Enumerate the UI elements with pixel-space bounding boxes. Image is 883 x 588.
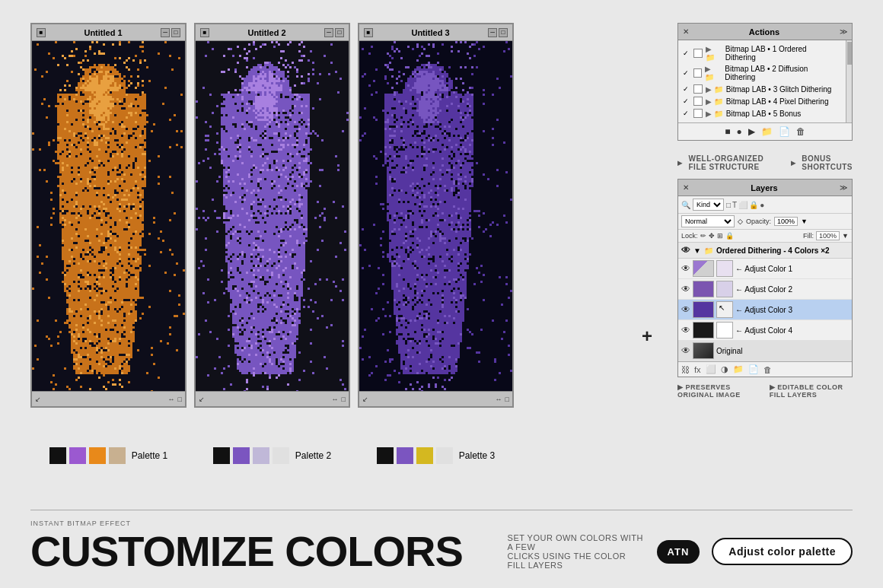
window-1-close[interactable]: ■ [37, 28, 46, 37]
atn-badge: ATN [657, 540, 700, 564]
layer-item-2[interactable]: 👁 ← Adjust Color 2 [678, 279, 852, 300]
action-1-folder: ▶ 📁 [706, 45, 722, 62]
delete-layer-btn[interactable]: 🗑 [763, 365, 772, 374]
window-3-footer-nav: ↔ □ [496, 396, 509, 403]
fx-icon: ● [760, 201, 764, 209]
window-3-min[interactable]: ─ [488, 28, 497, 37]
action-4-check: ✓ [683, 97, 690, 105]
lock-pixels-btn[interactable]: ✏ [700, 232, 706, 240]
actions-list: ✓ ▶ 📁 Bitmap LAB • 1 Ordered Dithering ✓… [678, 40, 852, 122]
pixel-icon: □ [726, 201, 731, 209]
window-3-controls: ─ □ [488, 28, 508, 37]
top-section: ■ Untitled 1 ─ □ ↙ ↔ □ [30, 23, 853, 497]
window-2-max[interactable]: □ [335, 28, 344, 37]
action-item-4: ✓ ▶ 📁 Bitmap LAB • 4 Pixel Dithering [678, 95, 841, 107]
window-1-max[interactable]: □ [171, 28, 180, 37]
kind-dropdown[interactable]: Kind [693, 199, 724, 211]
layer-2-name: ← Adjust Color 2 [735, 285, 849, 294]
action-2-checkbox[interactable] [693, 68, 703, 78]
windows-group: ■ Untitled 1 ─ □ ↙ ↔ □ [30, 23, 617, 497]
layer-3-eye[interactable]: 👁 [681, 304, 690, 315]
layer-2-thumbnail [693, 281, 714, 297]
layer-1-name: ← Adjust Color 1 [735, 265, 849, 273]
action-3-checkbox[interactable] [693, 84, 703, 94]
layer-4-name: ← Adjust Color 4 [735, 326, 849, 335]
action-1-check: ✓ [683, 49, 690, 57]
feature-file-structure: ▶ WELL-ORGANIZED FILE STRUCTURE [677, 154, 776, 171]
layer-item-3[interactable]: 👁 ↖ ← Adjust Color 3 [678, 300, 852, 320]
action-2-folder: ▶ 📁 [705, 65, 722, 81]
blend-mode-dropdown[interactable]: Normal [681, 215, 735, 227]
window-2-footer-nav: ↔ □ [332, 396, 346, 403]
lock-all-btn[interactable]: 🔒 [725, 232, 734, 240]
feature-4-arrow: ▶ [770, 383, 778, 391]
action-1-label: Bitmap LAB • 1 Ordered Dithering [725, 45, 837, 62]
window-1-titlebar: ■ Untitled 1 ─ □ [32, 24, 185, 41]
ps-window-3: ■ Untitled 3 ─ □ ↙ ↔ □ [358, 23, 514, 408]
window-2-close[interactable]: ■ [200, 28, 209, 37]
window-1-min[interactable]: ─ [161, 28, 170, 37]
window-2-canvas [196, 41, 349, 391]
feature-1-arrow: ▶ [677, 160, 683, 167]
lock-pos-btn[interactable]: ✥ [709, 232, 715, 240]
cta-button[interactable]: Adjust color palette [712, 538, 853, 565]
action-2-check: ✓ [683, 69, 690, 77]
action-1-checkbox[interactable] [693, 49, 703, 58]
fill-value[interactable]: 100% [816, 231, 840, 240]
layers-panel-header: ✕ Layers ≫ [678, 180, 852, 196]
lock-artboard-btn[interactable]: ⊞ [717, 232, 723, 240]
link-layers-btn[interactable]: ⛓ [681, 365, 690, 374]
new-group-btn[interactable]: 📁 [733, 364, 744, 374]
action-5-folder: ▶ 📁 [706, 110, 723, 118]
layer-4-eye[interactable]: 👁 [681, 325, 690, 335]
actions-panel-expand[interactable]: ≫ [840, 27, 847, 36]
palette-2-swatch-1 [213, 447, 230, 464]
layer-3-thumbnail [693, 301, 714, 318]
delete-btn[interactable]: 🗑 [796, 126, 805, 137]
group-eye-icon[interactable]: 👁 [681, 245, 690, 256]
new-set-btn[interactable]: 📁 [761, 126, 773, 137]
layer-item-4[interactable]: 👁 ← Adjust Color 4 [678, 320, 852, 341]
layer-1-mask [716, 260, 733, 277]
opacity-value[interactable]: 100% [774, 217, 798, 226]
original-layer[interactable]: 👁 Original [678, 341, 852, 361]
window-3-title: Untitled 3 [373, 28, 488, 37]
group-expand-icon[interactable]: ▼ [693, 246, 701, 255]
layers-panel-expand[interactable]: ≫ [840, 183, 847, 192]
layers-lock-row: Lock: ✏ ✥ ⊞ 🔒 Fill: 100% ▼ [678, 230, 852, 243]
layer-1-eye[interactable]: 👁 [681, 263, 690, 274]
fill-expand[interactable]: ▼ [842, 232, 849, 240]
window-1-footer-arrow-left: ↙ [35, 396, 41, 403]
palette-2-group: Palette 2 [213, 414, 331, 497]
window-3-max[interactable]: □ [499, 28, 508, 37]
opacity-expand[interactable]: ▼ [801, 218, 808, 225]
new-layer-btn[interactable]: 📄 [748, 364, 759, 374]
actions-panel-close[interactable]: ✕ [683, 27, 689, 36]
actions-scrollbar[interactable] [846, 40, 852, 122]
new-action-btn[interactable]: 📄 [779, 126, 790, 137]
action-4-label: Bitmap LAB • 4 Pixel Dithering [726, 97, 829, 106]
layers-panel-title: Layers [751, 183, 777, 192]
lock-label: Lock: [681, 232, 698, 240]
layers-panel-close[interactable]: ✕ [683, 183, 689, 192]
window-2-min[interactable]: ─ [324, 28, 333, 37]
action-4-checkbox[interactable] [693, 97, 703, 106]
action-5-checkbox[interactable] [693, 109, 703, 118]
actions-panel-title: Actions [749, 27, 779, 37]
layers-search-row: 🔍 Kind □ T ⬜ 🔒 ● [678, 196, 852, 214]
adj-layer-btn[interactable]: ◑ [721, 364, 728, 374]
fx-btn[interactable]: fx [694, 365, 701, 374]
layer-2-eye[interactable]: 👁 [681, 284, 690, 294]
layer-item-1[interactable]: 👁 ← Adjust Color 1 [678, 259, 852, 279]
palette-2-label: Palette 2 [295, 450, 331, 461]
opacity-label: Opacity: [746, 218, 771, 225]
play-btn[interactable]: ▶ [748, 126, 755, 137]
mask-btn[interactable]: ⬜ [706, 364, 716, 374]
window-3-close[interactable]: ■ [364, 28, 373, 37]
customize-title: CUSTOMIZE COLORS [30, 530, 463, 573]
main-container: ■ Untitled 1 ─ □ ↙ ↔ □ [0, 0, 883, 588]
bottom-right: SET YOUR OWN COLORS WITH A FEW CLICKS US… [508, 533, 853, 570]
stop-btn[interactable]: ■ [725, 126, 730, 137]
record-btn[interactable]: ● [737, 126, 742, 137]
original-eye[interactable]: 👁 [681, 345, 690, 356]
